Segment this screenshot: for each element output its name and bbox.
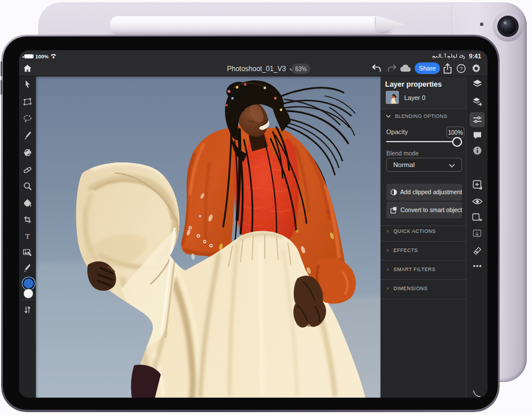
svg-text:?: ? — [460, 65, 463, 72]
svg-text:T: T — [25, 232, 30, 240]
